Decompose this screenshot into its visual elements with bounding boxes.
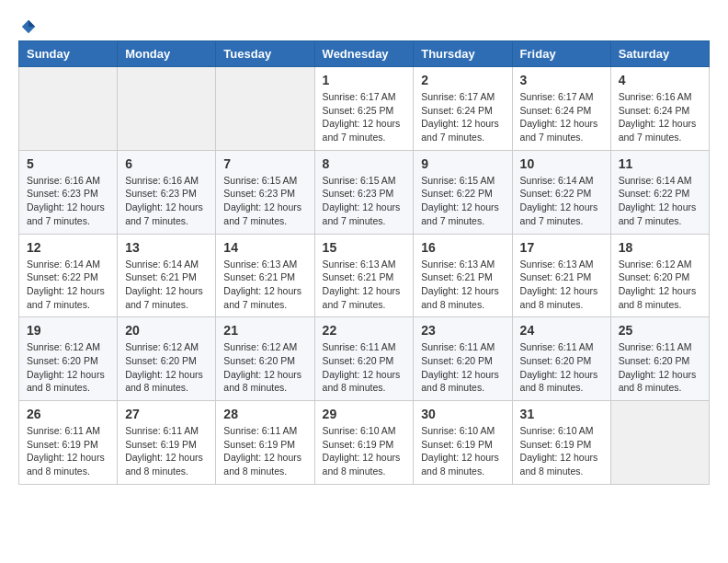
day-number: 12 [27, 240, 109, 255]
calendar-cell: 7Sunrise: 6:15 AM Sunset: 6:23 PM Daylig… [216, 150, 314, 234]
calendar-cell: 24Sunrise: 6:11 AM Sunset: 6:20 PM Dayli… [512, 317, 610, 401]
day-info: Sunrise: 6:12 AM Sunset: 6:20 PM Dayligh… [125, 340, 208, 395]
day-info: Sunrise: 6:17 AM Sunset: 6:24 PM Dayligh… [520, 90, 603, 144]
day-info: Sunrise: 6:14 AM Sunset: 6:22 PM Dayligh… [27, 258, 109, 312]
day-number: 8 [323, 156, 406, 171]
day-number: 13 [125, 240, 208, 255]
day-number: 16 [421, 240, 504, 255]
day-info: Sunrise: 6:12 AM Sunset: 6:20 PM Dayligh… [27, 340, 109, 395]
col-header-wednesday: Wednesday [314, 41, 414, 67]
day-info: Sunrise: 6:11 AM Sunset: 6:20 PM Dayligh… [619, 340, 701, 395]
calendar-cell: 13Sunrise: 6:14 AM Sunset: 6:21 PM Dayli… [118, 234, 216, 317]
day-number: 3 [520, 73, 603, 87]
calendar-cell: 27Sunrise: 6:11 AM Sunset: 6:19 PM Dayli… [118, 401, 216, 485]
day-info: Sunrise: 6:13 AM Sunset: 6:21 PM Dayligh… [223, 258, 306, 312]
calendar-header-row: SundayMondayTuesdayWednesdayThursdayFrid… [19, 41, 710, 67]
day-number: 11 [619, 156, 701, 171]
day-number: 24 [520, 323, 603, 338]
day-number: 6 [125, 156, 208, 171]
calendar-table: SundayMondayTuesdayWednesdayThursdayFrid… [18, 40, 710, 485]
day-info: Sunrise: 6:16 AM Sunset: 6:24 PM Dayligh… [619, 90, 701, 144]
day-number: 14 [223, 240, 306, 255]
calendar-cell [610, 401, 709, 485]
day-number: 17 [520, 240, 603, 255]
day-number: 19 [27, 323, 109, 338]
logo-icon [20, 18, 37, 35]
calendar-cell: 21Sunrise: 6:12 AM Sunset: 6:20 PM Dayli… [216, 317, 314, 401]
day-info: Sunrise: 6:11 AM Sunset: 6:20 PM Dayligh… [421, 340, 504, 395]
day-number: 2 [421, 73, 504, 87]
calendar-cell: 10Sunrise: 6:14 AM Sunset: 6:22 PM Dayli… [512, 150, 610, 234]
col-header-tuesday: Tuesday [216, 41, 314, 67]
col-header-sunday: Sunday [19, 41, 118, 67]
day-info: Sunrise: 6:11 AM Sunset: 6:19 PM Dayligh… [223, 424, 306, 478]
calendar-cell: 8Sunrise: 6:15 AM Sunset: 6:23 PM Daylig… [314, 150, 414, 234]
day-info: Sunrise: 6:10 AM Sunset: 6:19 PM Dayligh… [323, 424, 406, 478]
day-info: Sunrise: 6:10 AM Sunset: 6:19 PM Dayligh… [421, 424, 504, 478]
page-header [18, 18, 710, 31]
day-number: 27 [125, 407, 208, 421]
day-info: Sunrise: 6:11 AM Sunset: 6:19 PM Dayligh… [125, 424, 208, 478]
day-number: 23 [421, 323, 504, 338]
col-header-saturday: Saturday [610, 41, 709, 67]
day-number: 31 [520, 407, 603, 421]
calendar-cell: 5Sunrise: 6:16 AM Sunset: 6:23 PM Daylig… [19, 150, 118, 234]
day-info: Sunrise: 6:12 AM Sunset: 6:20 PM Dayligh… [619, 258, 701, 312]
day-info: Sunrise: 6:16 AM Sunset: 6:23 PM Dayligh… [27, 174, 109, 228]
calendar-cell: 31Sunrise: 6:10 AM Sunset: 6:19 PM Dayli… [512, 401, 610, 485]
day-info: Sunrise: 6:14 AM Sunset: 6:21 PM Dayligh… [125, 258, 208, 312]
day-info: Sunrise: 6:13 AM Sunset: 6:21 PM Dayligh… [323, 258, 406, 312]
day-info: Sunrise: 6:12 AM Sunset: 6:20 PM Dayligh… [223, 340, 306, 395]
calendar-cell: 30Sunrise: 6:10 AM Sunset: 6:19 PM Dayli… [414, 401, 512, 485]
day-info: Sunrise: 6:13 AM Sunset: 6:21 PM Dayligh… [520, 258, 603, 312]
calendar-cell: 4Sunrise: 6:16 AM Sunset: 6:24 PM Daylig… [610, 67, 709, 151]
day-info: Sunrise: 6:17 AM Sunset: 6:25 PM Dayligh… [323, 90, 406, 144]
day-number: 25 [619, 323, 701, 338]
day-number: 30 [421, 407, 504, 421]
day-number: 10 [520, 156, 603, 171]
day-number: 20 [125, 323, 208, 338]
calendar-cell: 14Sunrise: 6:13 AM Sunset: 6:21 PM Dayli… [216, 234, 314, 317]
day-info: Sunrise: 6:16 AM Sunset: 6:23 PM Dayligh… [125, 174, 208, 228]
calendar-cell: 17Sunrise: 6:13 AM Sunset: 6:21 PM Dayli… [512, 234, 610, 317]
calendar-cell: 20Sunrise: 6:12 AM Sunset: 6:20 PM Dayli… [118, 317, 216, 401]
logo [18, 18, 37, 31]
calendar-cell: 6Sunrise: 6:16 AM Sunset: 6:23 PM Daylig… [118, 150, 216, 234]
calendar-cell: 16Sunrise: 6:13 AM Sunset: 6:21 PM Dayli… [414, 234, 512, 317]
day-info: Sunrise: 6:15 AM Sunset: 6:22 PM Dayligh… [421, 174, 504, 228]
day-number: 1 [323, 73, 406, 87]
day-number: 18 [619, 240, 701, 255]
day-info: Sunrise: 6:17 AM Sunset: 6:24 PM Dayligh… [421, 90, 504, 144]
day-info: Sunrise: 6:14 AM Sunset: 6:22 PM Dayligh… [619, 174, 701, 228]
day-number: 15 [323, 240, 406, 255]
day-number: 26 [27, 407, 109, 421]
calendar-cell: 25Sunrise: 6:11 AM Sunset: 6:20 PM Dayli… [610, 317, 709, 401]
calendar-cell [118, 67, 216, 151]
day-number: 4 [619, 73, 701, 87]
day-number: 5 [27, 156, 109, 171]
col-header-friday: Friday [512, 41, 610, 67]
calendar-cell: 15Sunrise: 6:13 AM Sunset: 6:21 PM Dayli… [314, 234, 414, 317]
calendar-cell: 18Sunrise: 6:12 AM Sunset: 6:20 PM Dayli… [610, 234, 709, 317]
week-row-5: 26Sunrise: 6:11 AM Sunset: 6:19 PM Dayli… [19, 401, 710, 485]
calendar-cell: 1Sunrise: 6:17 AM Sunset: 6:25 PM Daylig… [314, 67, 414, 151]
calendar-cell: 11Sunrise: 6:14 AM Sunset: 6:22 PM Dayli… [610, 150, 709, 234]
day-number: 28 [223, 407, 306, 421]
calendar-cell: 2Sunrise: 6:17 AM Sunset: 6:24 PM Daylig… [414, 67, 512, 151]
calendar-cell: 23Sunrise: 6:11 AM Sunset: 6:20 PM Dayli… [414, 317, 512, 401]
day-number: 22 [323, 323, 406, 338]
day-number: 29 [323, 407, 406, 421]
day-info: Sunrise: 6:13 AM Sunset: 6:21 PM Dayligh… [421, 258, 504, 312]
day-info: Sunrise: 6:10 AM Sunset: 6:19 PM Dayligh… [520, 424, 603, 478]
calendar-cell: 19Sunrise: 6:12 AM Sunset: 6:20 PM Dayli… [19, 317, 118, 401]
day-info: Sunrise: 6:11 AM Sunset: 6:20 PM Dayligh… [323, 340, 406, 395]
calendar-cell: 9Sunrise: 6:15 AM Sunset: 6:22 PM Daylig… [414, 150, 512, 234]
calendar-cell: 12Sunrise: 6:14 AM Sunset: 6:22 PM Dayli… [19, 234, 118, 317]
calendar-cell: 28Sunrise: 6:11 AM Sunset: 6:19 PM Dayli… [216, 401, 314, 485]
calendar-cell [216, 67, 314, 151]
day-info: Sunrise: 6:14 AM Sunset: 6:22 PM Dayligh… [520, 174, 603, 228]
day-number: 21 [223, 323, 306, 338]
week-row-3: 12Sunrise: 6:14 AM Sunset: 6:22 PM Dayli… [19, 234, 710, 317]
calendar-cell [19, 67, 118, 151]
calendar-cell: 26Sunrise: 6:11 AM Sunset: 6:19 PM Dayli… [19, 401, 118, 485]
